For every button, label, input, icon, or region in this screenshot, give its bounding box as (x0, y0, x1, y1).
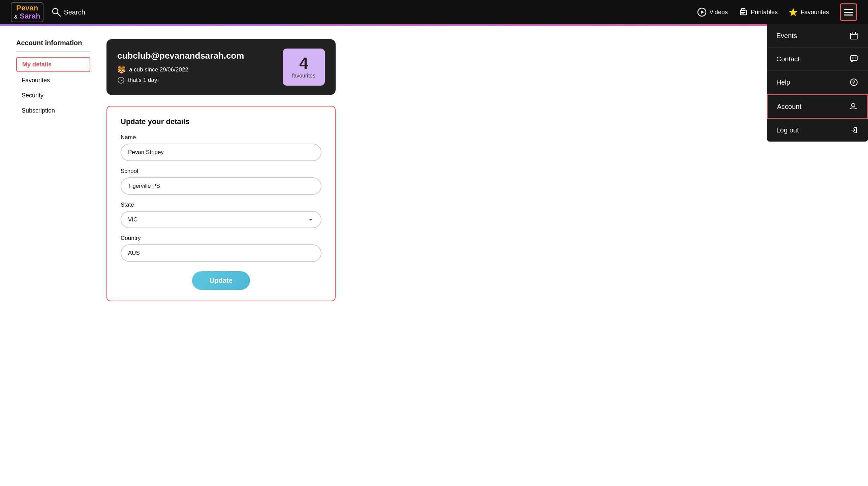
sidebar: Account information My details Favourite… (16, 39, 90, 301)
svg-text:?: ? (852, 80, 856, 85)
sidebar-item-my-details[interactable]: My details (16, 57, 90, 72)
update-form: Update your details Name School State VI… (106, 106, 336, 301)
nav-printables[interactable]: Printables (739, 7, 778, 17)
sidebar-divider (16, 51, 90, 52)
search-icon (52, 7, 61, 17)
calendar-icon (849, 31, 859, 40)
school-input[interactable] (121, 177, 321, 195)
nav-favourites-label: Favourites (801, 9, 829, 16)
svg-point-14 (852, 58, 853, 59)
main-layout: Account information My details Favourite… (0, 26, 868, 315)
logo-pevan: Pevan (16, 4, 38, 12)
svg-rect-9 (850, 33, 857, 39)
logo-sarah: Sarah (20, 12, 40, 20)
dropdown-help-label: Help (776, 79, 790, 86)
dropdown-help[interactable]: Help ? (767, 71, 868, 94)
header-left: Pevan & Sarah Search (11, 2, 85, 22)
dropdown-contact[interactable]: Contact (767, 48, 868, 71)
name-group: Name (121, 134, 321, 161)
svg-marker-3 (701, 10, 704, 14)
dropdown-events-label: Events (776, 32, 797, 40)
search-area[interactable]: Search (52, 7, 85, 17)
profile-card: cubclub@pevanandsarah.com 🐯 a cub since … (106, 39, 336, 95)
state-group: State VIC NSW QLD WA SA TAS ACT NT (121, 202, 321, 228)
nav-printables-label: Printables (751, 9, 778, 16)
search-label: Search (64, 8, 85, 16)
school-group: School (121, 168, 321, 195)
dropdown-logout-label: Log out (776, 126, 799, 134)
hamburger-menu-button[interactable] (840, 3, 857, 21)
hamburger-line-1 (844, 9, 853, 10)
dropdown-events[interactable]: Events (767, 24, 868, 48)
printables-icon (739, 7, 748, 17)
site-logo[interactable]: Pevan & Sarah (11, 2, 43, 22)
update-button[interactable]: Update (192, 271, 250, 290)
hamburger-line-3 (844, 14, 853, 16)
svg-point-15 (854, 58, 855, 59)
svg-line-1 (57, 13, 60, 16)
school-label: School (121, 168, 321, 175)
svg-line-23 (121, 80, 122, 81)
cub-since-text: a cub since 29/06/2022 (129, 66, 188, 73)
svg-point-19 (851, 103, 855, 107)
profile-email: cubclub@pevanandsarah.com (117, 51, 283, 61)
site-header: Pevan & Sarah Search Videos (0, 0, 868, 24)
days-item: that's 1 day! (117, 77, 283, 84)
dropdown-account-label: Account (777, 103, 801, 111)
cub-since-item: 🐯 a cub since 29/06/2022 (117, 66, 283, 74)
svg-marker-8 (789, 8, 797, 16)
sidebar-item-favourites[interactable]: Favourites (16, 73, 90, 87)
state-label: State (121, 202, 321, 208)
country-group: Country (121, 235, 321, 262)
state-select[interactable]: VIC NSW QLD WA SA TAS ACT NT (121, 211, 321, 228)
sidebar-item-security[interactable]: Security (16, 89, 90, 102)
logout-icon (849, 125, 859, 135)
form-title: Update your details (121, 117, 321, 126)
sidebar-item-subscription[interactable]: Subscription (16, 104, 90, 118)
profile-info: cubclub@pevanandsarah.com 🐯 a cub since … (117, 51, 283, 84)
country-input[interactable] (121, 244, 321, 262)
nav-favourites[interactable]: Favourites (788, 7, 829, 17)
dropdown-account[interactable]: Account (767, 94, 868, 119)
nav-videos-label: Videos (709, 9, 728, 16)
person-icon (848, 102, 858, 111)
dropdown-contact-label: Contact (776, 55, 800, 63)
nav-videos[interactable]: Videos (697, 7, 728, 17)
days-text: that's 1 day! (128, 77, 159, 84)
name-input[interactable] (121, 144, 321, 161)
chat-icon (849, 54, 859, 64)
main-content: cubclub@pevanandsarah.com 🐯 a cub since … (106, 39, 336, 301)
sidebar-title: Account information (16, 39, 90, 47)
header-right: Videos Printables Favourites (697, 3, 857, 21)
dropdown-logout[interactable]: Log out (767, 119, 868, 142)
hamburger-line-2 (844, 12, 853, 13)
name-label: Name (121, 134, 321, 141)
logo-and: & (14, 14, 18, 20)
profile-meta: 🐯 a cub since 29/06/2022 that's 1 day! (117, 66, 283, 84)
favourites-icon (788, 7, 798, 17)
dropdown-menu: Events Contact (767, 24, 868, 142)
cub-emoji: 🐯 (117, 66, 126, 74)
svg-point-16 (855, 58, 856, 59)
question-icon: ? (849, 78, 859, 87)
clock-icon (117, 77, 125, 84)
fav-label: favourites (292, 73, 315, 79)
favourites-box: 4 favourites (283, 49, 325, 86)
fav-count: 4 (292, 55, 315, 71)
country-label: Country (121, 235, 321, 242)
videos-icon (697, 7, 707, 17)
